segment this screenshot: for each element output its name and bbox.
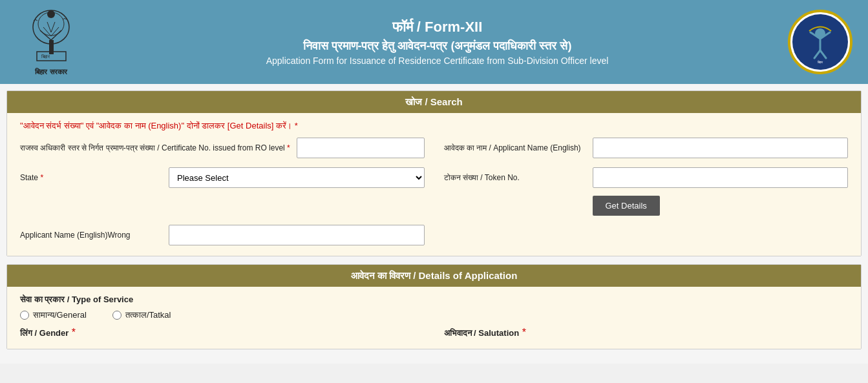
application-details-body: सेवा का प्रकार / Type of Service सामान्य… [7,287,861,349]
search-instruction: "आवेदन संदर्भ संख्या" एवं "आवेदक का नाम … [20,121,848,131]
right-logo: बिहार [788,10,852,74]
token-no-row: टोकन संख्या / Token No. [444,167,849,188]
state-select[interactable]: Please Select [169,167,425,188]
salutation-field: अभिवादन / Salutation * [444,327,849,338]
logo-label: बिहार सरकार [35,68,67,76]
form-subtitle-english: Application Form for Issuance of Residen… [87,56,788,66]
applicant-name-label: आवेदक का नाम / Applicant Name (English) [444,143,586,154]
main-content: खोज / Search "आवेदन संदर्भ संख्या" एवं "… [0,84,868,364]
application-details-section: आवेदन का विवरण / Details of Application … [6,264,862,349]
svg-line-17 [820,50,826,58]
svg-line-10 [51,22,55,32]
header-center-text: फॉर्म / Form-XII निवास प्रमाण-पत्र हेतु … [87,19,788,66]
svg-line-9 [47,22,51,32]
gender-required-star: * [72,327,76,338]
applicant-name-wrong-label: Applicant Name (English)Wrong [20,230,162,241]
svg-line-16 [814,50,820,58]
general-label: सामान्य/General [33,310,87,320]
salutation-required-star: * [522,327,526,338]
form-title: फॉर्म / Form-XII [87,19,788,36]
applicant-name-row: आवेदक का नाम / Applicant Name (English) [444,138,849,158]
tatkal-label: तत्काल/Tatkal [125,310,171,320]
svg-point-11 [47,10,55,18]
svg-text:बिहार: बिहार [817,60,823,64]
cert-no-label: राजस्व अधिकारी स्तर से निर्गत प्रमाण-पत्… [20,143,290,154]
get-details-button[interactable]: Get Details [593,196,660,216]
tatkal-radio-item[interactable]: तत्काल/Tatkal [112,310,171,320]
applicant-name-input[interactable] [593,138,849,158]
form-subtitle-hindi: निवास प्रमाण-पत्र हेतु आवेदन-पत्र (अनुमं… [87,39,788,53]
gender-salutation-row: लिंग / Gender * अभिवादन / Salutation * [20,327,848,338]
general-radio[interactable] [20,311,29,320]
applicant-name-wrong-row: Applicant Name (English)Wrong [20,225,425,245]
bihar-emblem-icon: बिहार [24,8,79,63]
application-details-header: आवेदन का विवरण / Details of Application [7,265,861,287]
details-header-label: आवेदन का विवरण / Details of Application [351,270,518,281]
state-emblem-icon: बिहार [798,19,843,65]
state-label: State * [20,172,162,183]
search-header-label: खोज / Search [405,96,463,107]
service-type-label: सेवा का प्रकार / Type of Service [20,295,848,305]
gender-field: लिंग / Gender * [20,327,425,338]
left-logo: बिहार बिहार सरकार [16,8,87,76]
token-no-label: टोकन संख्या / Token No. [444,172,586,183]
search-section: खोज / Search "आवेदन संदर्भ संख्या" एवं "… [6,90,862,256]
token-no-input[interactable] [593,167,849,188]
right-logo-inner: बिहार [792,14,848,70]
state-row: State * Please Select [20,167,425,188]
applicant-name-wrong-input[interactable] [169,225,425,245]
search-section-body: "आवेदन संदर्भ संख्या" एवं "आवेदक का नाम … [7,113,861,256]
cert-no-input[interactable] [297,138,425,158]
cert-no-row: राजस्व अधिकारी स्तर से निर्गत प्रमाण-पत्… [20,138,425,158]
gender-label: लिंग / Gender [20,328,69,338]
svg-text:बिहार: बिहार [41,54,50,59]
service-type-radio-group: सामान्य/General तत्काल/Tatkal [20,310,848,320]
page-header: बिहार बिहार सरकार फॉर्म / [0,0,868,84]
search-section-header: खोज / Search [7,91,861,113]
general-radio-item[interactable]: सामान्य/General [20,310,87,320]
tatkal-radio[interactable] [112,311,122,320]
salutation-label: अभिवादन / Salutation [444,328,520,338]
